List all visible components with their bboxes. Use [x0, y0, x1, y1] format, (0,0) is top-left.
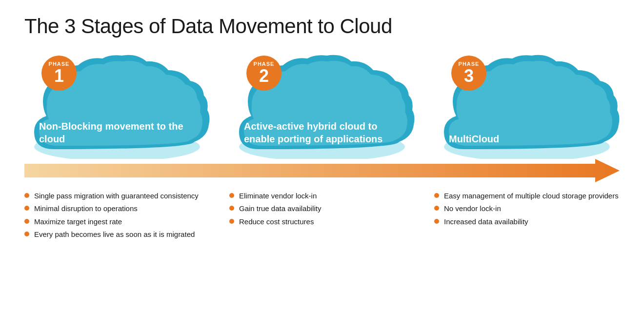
bullet-col-3: Easy management of multiple cloud storag… — [434, 191, 620, 242]
bullet-text: Minimal disruption to operations — [34, 204, 138, 214]
phase-number: 3 — [464, 67, 474, 85]
bullet-col-2: Eliminate vendor lock-inGain true data a… — [229, 191, 415, 242]
bullet-text: Every path becomes live as soon as it is… — [34, 230, 195, 239]
bullet-item: Minimal disruption to operations — [24, 204, 210, 214]
cloud-label-2: Active-active hybrid cloud to enable por… — [244, 120, 405, 145]
cloud-label-3: MultiCloud — [449, 133, 610, 145]
bullet-dot — [24, 232, 29, 236]
bullet-text: Eliminate vendor lock-in — [239, 191, 317, 201]
arrow-row — [24, 159, 620, 182]
bullet-text: Easy management of multiple cloud storag… — [444, 191, 619, 201]
bullet-dot — [229, 206, 234, 211]
bullets-row: Single pass migration with guaranteed co… — [24, 191, 620, 242]
cloud-phase-2: PHASE2Active-active hybrid cloud to enab… — [229, 52, 415, 159]
bullet-dot — [24, 193, 29, 198]
bullet-dot — [229, 219, 234, 224]
bullet-item: Eliminate vendor lock-in — [229, 191, 415, 201]
phase-number: 1 — [54, 67, 64, 85]
bullet-item: Gain true data availability — [229, 204, 415, 214]
bullet-dot — [434, 193, 439, 198]
bullet-item: Reduce cost structures — [229, 217, 415, 227]
page-wrapper: The 3 Stages of Data Movement to Cloud P… — [0, 0, 644, 311]
cloud-phase-3: PHASE3MultiCloud — [434, 52, 620, 159]
clouds-row: PHASE1Non-Blocking movement to the cloud… — [24, 52, 620, 159]
bullet-dot — [434, 219, 439, 224]
bullet-item: Every path becomes live as soon as it is… — [24, 230, 210, 239]
cloud-phase-1: PHASE1Non-Blocking movement to the cloud — [24, 52, 210, 159]
bullet-dot — [434, 206, 439, 211]
phase-badge-3: PHASE3 — [451, 56, 486, 91]
bullet-item: No vendor lock-in — [434, 204, 620, 214]
bullet-text: Increased data availability — [444, 217, 528, 227]
bullet-item: Increased data availability — [434, 217, 620, 227]
svg-marker-3 — [24, 159, 620, 182]
page-title: The 3 Stages of Data Movement to Cloud — [24, 15, 620, 38]
arrow-svg — [24, 159, 620, 182]
phase-badge-2: PHASE2 — [246, 56, 282, 91]
bullet-dot — [24, 206, 29, 211]
bullet-dot — [229, 193, 234, 198]
bullet-item: Single pass migration with guaranteed co… — [24, 191, 210, 201]
bullet-text: Reduce cost structures — [239, 217, 314, 227]
bullet-item: Easy management of multiple cloud storag… — [434, 191, 620, 201]
bullet-text: Maximize target ingest rate — [34, 217, 122, 227]
bullet-dot — [24, 219, 29, 224]
bullet-text: Gain true data availability — [239, 204, 321, 214]
cloud-label-1: Non-Blocking movement to the cloud — [39, 120, 200, 145]
bullet-text: No vendor lock-in — [444, 204, 501, 214]
bullet-col-1: Single pass migration with guaranteed co… — [24, 191, 210, 242]
phase-badge-1: PHASE1 — [41, 56, 77, 91]
bullet-text: Single pass migration with guaranteed co… — [34, 191, 199, 201]
phase-number: 2 — [259, 67, 269, 85]
bullet-item: Maximize target ingest rate — [24, 217, 210, 227]
